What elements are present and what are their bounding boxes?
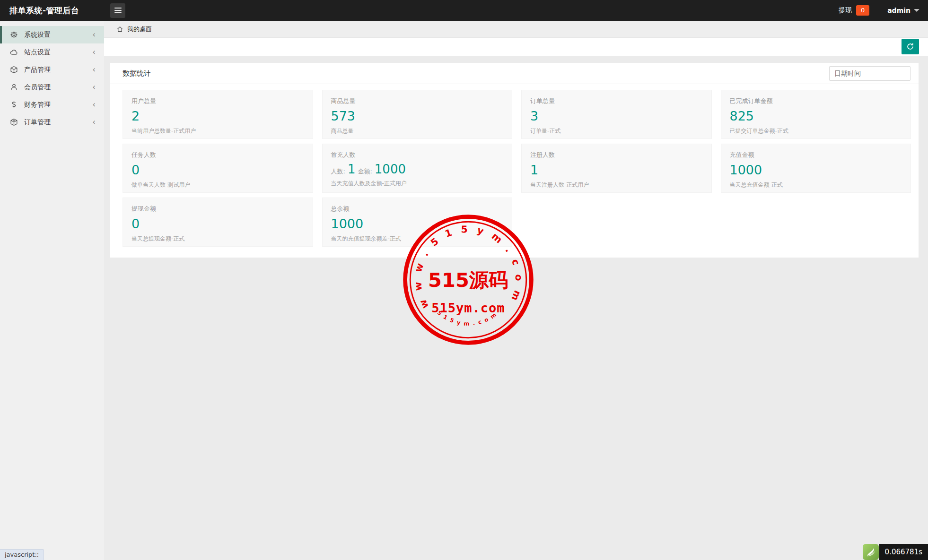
- cube-icon: [10, 66, 18, 74]
- chevron-left-icon: ‹: [92, 31, 96, 39]
- sidebar-item-order-management[interactable]: 订单管理 ‹: [0, 113, 104, 131]
- stat-value: 0: [131, 216, 304, 232]
- stat-card-total-products: 商品总量 573 商品总量: [322, 90, 513, 139]
- stat-card-total-users: 用户总量 2 当前用户总数量-正式用户: [123, 90, 313, 139]
- sidebar-item-label: 产品管理: [24, 66, 92, 74]
- header-right: 提现 0 admin: [839, 5, 928, 16]
- sidebar-item-label: 订单管理: [24, 118, 92, 127]
- stat-card-completed-order-amount: 已完成订单金额 825 已提交订单总金额-正式: [721, 90, 911, 139]
- stat-value: 825: [730, 109, 902, 124]
- menu-toggle-button[interactable]: [110, 3, 125, 18]
- dollar-icon: [10, 101, 18, 109]
- stat-card-task-users: 任务人数 0 做单当天人数-测试用户: [123, 144, 313, 193]
- username: admin: [887, 7, 910, 14]
- home-icon: [116, 26, 123, 33]
- chevron-left-icon: ‹: [92, 118, 96, 126]
- refresh-button[interactable]: [902, 39, 919, 54]
- stat-cards-grid: 用户总量 2 当前用户总数量-正式用户 商品总量 573 商品总量 订单总量 3…: [110, 84, 919, 247]
- panel-title: 数据统计: [123, 69, 151, 78]
- sidebar-item-member-management[interactable]: 会员管理 ‹: [0, 78, 104, 96]
- sidebar-item-label: 财务管理: [24, 101, 92, 109]
- withdraw-label: 提现: [839, 6, 852, 15]
- gear-icon: [10, 31, 18, 39]
- stats-panel-header: 数据统计: [110, 63, 919, 84]
- stat-value: 1000: [730, 163, 902, 178]
- chevron-left-icon: ‹: [92, 48, 96, 56]
- stat-card-total-balance: 总余额 1000 当天的充值提现余额差-正式: [322, 198, 513, 247]
- stat-card-total-orders: 订单总量 3 订单量-正式: [521, 90, 712, 139]
- chevron-left-icon: ‹: [92, 101, 96, 109]
- chevron-down-icon: [914, 9, 919, 12]
- trace-widget: 0.066781s: [863, 544, 928, 560]
- stat-card-first-charge: 首充人数 人数: 1 金额: 1000 当天充值人数及金额-正式用户: [322, 144, 513, 193]
- top-header: 排单系统-管理后台 提现 0 admin: [0, 0, 928, 21]
- stat-card-recharge-amount: 充值金额 1000 当天总充值金额-正式: [721, 144, 911, 193]
- stat-value: 3: [530, 109, 703, 124]
- breadcrumb: 我的桌面: [104, 21, 928, 38]
- tab-toolbar: [104, 38, 928, 56]
- sidebar-item-label: 站点设置: [24, 48, 92, 57]
- trace-toggle-icon[interactable]: [863, 544, 879, 560]
- stat-value: 人数: 1 金额: 1000: [331, 163, 504, 176]
- withdraw-link[interactable]: 提现 0: [839, 5, 869, 16]
- sidebar-item-system-settings[interactable]: 系统设置 ‹: [0, 26, 104, 43]
- sidebar-item-label: 会员管理: [24, 83, 92, 92]
- stat-card-withdraw-amount: 提现金额 0 当天总提现金额-正式: [123, 198, 313, 247]
- stat-value: 0: [131, 163, 304, 178]
- main-content: 我的桌面 数据统计 用户总量 2 当前用户总数量-正式用户 商品总量 573 商…: [104, 21, 928, 560]
- link-status-tooltip: javascript:;: [0, 549, 44, 560]
- stat-value: 2: [131, 109, 304, 124]
- sidebar-item-product-management[interactable]: 产品管理 ‹: [0, 61, 104, 78]
- stat-value: 1000: [331, 216, 504, 232]
- stat-value: 573: [331, 109, 504, 124]
- chevron-left-icon: ‹: [92, 83, 96, 91]
- stat-card-registered-users: 注册人数 1 当天注册人数-正式用户: [521, 144, 712, 193]
- breadcrumb-item-desktop[interactable]: 我的桌面: [127, 25, 152, 34]
- app-title: 排单系统-管理后台: [0, 5, 104, 16]
- stat-value: 1: [530, 163, 703, 178]
- chevron-left-icon: ‹: [92, 66, 96, 74]
- sidebar: 系统设置 ‹ 站点设置 ‹ 产品管理 ‹ 会员管理 ‹: [0, 21, 104, 560]
- sidebar-item-site-settings[interactable]: 站点设置 ‹: [0, 43, 104, 61]
- page-load-time: 0.066781s: [879, 544, 928, 560]
- user-icon: [10, 83, 18, 91]
- sidebar-item-finance-management[interactable]: 财务管理 ‹: [0, 96, 104, 113]
- hamburger-icon: [114, 8, 122, 9]
- stats-panel: 数据统计 用户总量 2 当前用户总数量-正式用户 商品总量 573 商品总量 订…: [110, 63, 919, 258]
- cloud-icon: [10, 48, 18, 56]
- withdraw-count-badge: 0: [856, 5, 869, 16]
- user-dropdown[interactable]: admin: [887, 7, 919, 14]
- sidebar-item-label: 系统设置: [24, 31, 92, 39]
- refresh-icon: [906, 43, 914, 51]
- date-filter-input[interactable]: [829, 66, 910, 81]
- package-icon: [10, 118, 18, 126]
